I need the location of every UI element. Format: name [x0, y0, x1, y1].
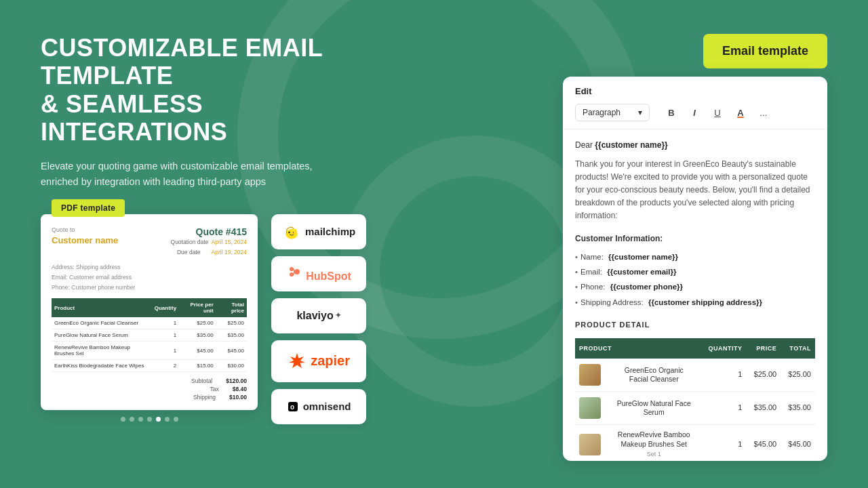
klaviyo-logo-card: klaviyo ✦ — [271, 298, 366, 333]
bottom-area: PDF template Quote to Customer name Quot… — [41, 209, 366, 461]
main-title: CUSTOMIZABLE EMAIL TEMPLATE & SEAMLESS I… — [41, 34, 366, 146]
product-thumbnail — [579, 434, 601, 455]
table-row: RenewRevive BambooMakeup Brushes Set Set… — [575, 425, 815, 461]
email-label: Email: — [580, 266, 604, 278]
right-section: Email template Edit Paragraph ▾ B I U A — [393, 34, 827, 461]
table-header-row: PRODUCT QUANTITY PRICE TOTAL — [575, 338, 815, 359]
pdf-customer-info: Quote to Customer name — [52, 226, 118, 245]
table-row: GreenEco OrganicFacial Cleanser 1 $25.00… — [575, 359, 815, 392]
svg-point-2 — [288, 232, 290, 234]
pdf-dot-7[interactable] — [174, 417, 178, 422]
pdf-dot-6[interactable] — [165, 417, 170, 422]
editor-greeting: Dear {{customer name}} — [575, 139, 815, 152]
customer-info-section: Customer Information: Name: {{customer n… — [575, 232, 815, 310]
pdf-quote-details: Quote #415 Quotation date April 15, 2024… — [171, 226, 247, 258]
svg-line-8 — [294, 269, 294, 272]
table-row: EarthKiss Biodegradable Face Wipes2$15.0… — [52, 360, 247, 372]
name-placeholder: {{customer name}} — [608, 251, 678, 263]
product-name-cell: RenewRevive BambooMakeup Brushes Set Set… — [608, 425, 700, 461]
pdf-tax-row: Tax$8.40 — [210, 386, 247, 392]
product-thumbnail — [579, 364, 601, 386]
shipping-label: Shipping Address: — [580, 296, 646, 308]
hubspot-text: HubSpot — [306, 270, 351, 282]
pdf-product-table: Product Quantity Price per unit Total pr… — [52, 298, 247, 372]
product-total: $25.00 — [781, 359, 815, 392]
pdf-dot-1[interactable] — [121, 417, 125, 422]
klaviyo-text: klaviyo — [296, 310, 333, 322]
hubspot-logo-card: HubSpot — [271, 256, 366, 291]
email-placeholder: {{customer email}} — [607, 266, 676, 278]
list-item: Shipping Address: {{customer shipping ad… — [575, 295, 815, 310]
product-image-cell — [575, 392, 608, 425]
subtitle: Elevate your quoting game with customiza… — [41, 159, 366, 190]
pdf-template-card: Quote to Customer name Quote #415 Quotat… — [41, 214, 258, 410]
pdf-address-info: Address: Shipping address Email: Custome… — [52, 262, 247, 293]
product-price: $45.00 — [746, 425, 781, 461]
product-detail-title: PRODUCT DETAIL — [575, 319, 815, 331]
pdf-col-total: Total price — [216, 298, 247, 317]
omnisend-logo-card: o omnisend — [271, 389, 366, 424]
paragraph-select[interactable]: Paragraph ▾ — [575, 104, 650, 121]
svg-line-9 — [294, 272, 294, 274]
product-total: $35.00 — [781, 392, 815, 425]
mailchimp-logo: mailchimp — [282, 222, 355, 241]
email-template-button[interactable]: Email template — [703, 34, 827, 68]
italic-button[interactable]: I — [685, 103, 704, 122]
col-product: PRODUCT — [575, 338, 700, 359]
customer-info-list: Name: {{customer name}} Email: {{custome… — [575, 249, 815, 310]
zapier-icon — [288, 352, 307, 371]
pdf-dot-3[interactable] — [138, 417, 143, 422]
pdf-totals: Subtotal$120.00 Tax$8.40 Shipping$10.00 — [52, 378, 247, 401]
product-name-cell: PureGlow Natural FaceSerum — [608, 392, 700, 425]
omnisend-text: omnisend — [303, 401, 351, 412]
editor-intro: Thank you for your interest in GreenEco … — [575, 158, 815, 223]
omnisend-logo: o omnisend — [287, 401, 351, 413]
hubspot-icon — [286, 264, 302, 280]
table-row: PureGlow Natural Face Serum1$35.00$35.00 — [52, 329, 247, 342]
phone-placeholder: {{customer phone}} — [610, 281, 683, 293]
pdf-subtotal-row: Subtotal$120.00 — [191, 378, 247, 384]
mailchimp-text: mailchimp — [305, 226, 355, 237]
svg-text:o: o — [290, 403, 294, 411]
paragraph-label: Paragraph — [583, 108, 620, 117]
pdf-dots-indicator — [41, 417, 258, 422]
svg-point-4 — [294, 229, 297, 234]
svg-point-5 — [290, 267, 294, 271]
editor-body: Dear {{customer name}} Thank you for you… — [563, 129, 827, 461]
product-name: RenewRevive BambooMakeup Brushes Set — [612, 430, 696, 449]
table-row: RenewRevive Bamboo Makeup Brushes Set1$4… — [52, 342, 247, 360]
list-item: Email: {{customer email}} — [575, 264, 815, 279]
pdf-dot-5[interactable] — [156, 417, 161, 422]
editor-header: Edit Paragraph ▾ B I U A ... — [563, 77, 827, 129]
integrations-column: mailchimp HubSpot — [271, 209, 366, 424]
pdf-dot-4[interactable] — [147, 417, 152, 422]
table-row: PureGlow Natural FaceSerum 1 $35.00 $35.… — [575, 392, 815, 425]
pdf-template-badge: PDF template — [52, 199, 125, 217]
product-total: $45.00 — [781, 425, 815, 461]
name-label: Name: — [580, 251, 606, 263]
list-item: Name: {{customer name}} — [575, 249, 815, 264]
product-name-cell: GreenEco OrganicFacial Cleanser — [608, 359, 700, 392]
product-name: GreenEco OrganicFacial Cleanser — [612, 366, 696, 384]
pdf-dot-2[interactable] — [130, 417, 134, 422]
mailchimp-logo-card: mailchimp — [271, 214, 366, 249]
underline-button[interactable]: U — [708, 103, 727, 122]
pdf-quote-to-label: Quote to — [52, 226, 118, 233]
zapier-logo: zapier — [288, 352, 350, 371]
chevron-down-icon: ▾ — [638, 108, 642, 117]
bold-button[interactable]: B — [662, 103, 681, 122]
product-qty: 1 — [700, 392, 747, 425]
product-table: PRODUCT QUANTITY PRICE TOTAL — [575, 338, 815, 461]
left-section: CUSTOMIZABLE EMAIL TEMPLATE & SEAMLESS I… — [41, 34, 366, 461]
product-sub: Set 1 — [612, 449, 696, 459]
pdf-header: Quote to Customer name Quote #415 Quotat… — [52, 226, 247, 258]
zapier-text: zapier — [311, 353, 350, 369]
pdf-customer-name: Customer name — [52, 235, 118, 245]
font-color-button[interactable]: A — [731, 103, 750, 122]
more-options-button[interactable]: ... — [754, 103, 773, 122]
editor-toolbar: Paragraph ▾ B I U A ... — [575, 103, 815, 122]
product-qty: 1 — [700, 359, 747, 392]
customer-info-title: Customer Information: — [575, 232, 815, 245]
hubspot-logo: HubSpot — [286, 264, 351, 283]
pdf-quotation-date: Quotation date April 15, 2024 — [171, 237, 247, 247]
